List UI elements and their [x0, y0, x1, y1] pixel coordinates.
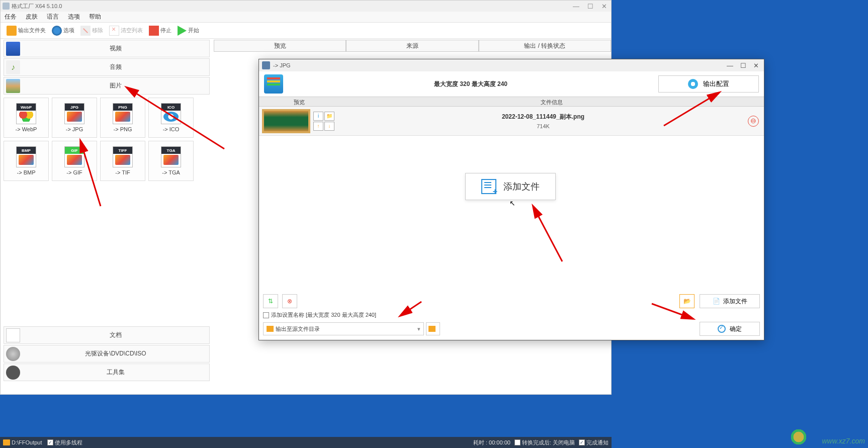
category-video[interactable]: 视频: [4, 40, 210, 57]
add-setting-name-checkbox[interactable]: 添加设置名称 [最大宽度 320 最大高度 240]: [263, 311, 760, 319]
remove-file-button[interactable]: ⊖: [748, 116, 759, 127]
after-convert-toggle[interactable]: 转换完成后: 关闭电脑: [514, 439, 575, 446]
tools-icon: [6, 366, 20, 380]
category-dvd[interactable]: 光驱设备\DVD\CD\ISO: [4, 345, 210, 363]
category-document[interactable]: 文档: [4, 326, 210, 344]
format-tga[interactable]: -> TGA: [148, 141, 194, 181]
play-icon: [178, 26, 187, 36]
elapsed-time: 耗时 : 00:00:00: [473, 439, 510, 446]
output-folder-combo[interactable]: 输出至源文件目录: [263, 322, 424, 335]
size-info: 最大宽度 320 最大高度 240: [283, 80, 658, 88]
menubar: 任务 皮肤 语言 选项 帮助: [1, 12, 611, 23]
checkbox-icon: [263, 312, 269, 318]
add-file-button[interactable]: 📄 添加文件: [700, 294, 760, 308]
category-image[interactable]: 图片: [4, 77, 210, 95]
info-icon[interactable]: i: [313, 112, 323, 121]
close-button[interactable]: ✕: [599, 3, 609, 10]
dialog-close[interactable]: ✕: [751, 62, 761, 69]
checkbox-icon: [514, 439, 520, 445]
remove-button[interactable]: 移除: [78, 25, 105, 37]
move-up-icon[interactable]: ↑: [313, 122, 323, 131]
clear-icon: [109, 26, 119, 36]
tab-source[interactable]: 来源: [346, 40, 478, 52]
titlebar: 格式工厂 X64 5.10.0 — ☐ ✕: [1, 1, 611, 12]
gif-icon: [64, 146, 84, 167]
folder-icon: [7, 26, 17, 36]
folder-icon[interactable]: 📁: [324, 112, 334, 121]
format-webp[interactable]: -> WebP: [4, 98, 49, 138]
menu-task[interactable]: 任务: [5, 13, 17, 21]
folder-icon: [3, 439, 10, 445]
ico-icon: [161, 103, 181, 124]
menu-options[interactable]: 选项: [68, 13, 80, 21]
dialog-titlebar: -> JPG — ☐ ✕: [259, 59, 764, 71]
bmp-icon: [16, 146, 36, 167]
output-config-button[interactable]: 输出配置: [658, 75, 759, 93]
category-audio[interactable]: ♪ 音频: [4, 58, 210, 76]
options-button[interactable]: 选项: [50, 25, 76, 37]
add-file-big-button[interactable]: 添加文件: [465, 173, 556, 200]
tiff-icon: [113, 146, 133, 167]
file-info: 2022-12-08_111449_副本.png 714K: [338, 113, 748, 129]
watermark-logo: [790, 428, 808, 446]
remove-icon: [80, 26, 91, 36]
left-panel: 视频 ♪ 音频 图片 -> WebP-> JPG-> PNG-> ICO-> B…: [4, 40, 210, 382]
add-file-icon: 📄: [713, 298, 720, 305]
minimize-button[interactable]: —: [571, 3, 581, 10]
task-tabs: 预览 来源 输出 / 转换状态: [214, 40, 611, 52]
start-button[interactable]: 开始: [176, 25, 201, 37]
file-thumbnail: [262, 109, 310, 133]
clear-list-button[interactable]: 清空列表: [107, 25, 145, 37]
format-ico[interactable]: -> ICO: [148, 98, 194, 138]
dialog-title: -> JPG: [273, 62, 291, 68]
format-bmp[interactable]: -> BMP: [4, 141, 49, 181]
output-path-item[interactable]: D:\FFOutput: [3, 439, 42, 445]
dialog-bottom: ⇅ ⊗ 📂 📄 添加文件 添加设置名称 [最大宽度 320 最大高度 240] …: [263, 294, 760, 336]
tab-status[interactable]: 输出 / 转换状态: [479, 40, 611, 52]
check-icon: [718, 325, 726, 333]
tga-icon: [161, 146, 181, 167]
maximize-button[interactable]: ☐: [585, 3, 595, 10]
file-list: i 📁 ↑ ↓ 2022-12-08_111449_副本.png 714K ⊖: [259, 107, 764, 137]
format-jpg[interactable]: -> JPG: [52, 98, 97, 138]
jpg-icon: [64, 103, 84, 124]
app-icon: [3, 3, 10, 10]
col-info: 文件信息: [339, 97, 764, 106]
notify-toggle[interactable]: ✓ 完成通知: [579, 439, 609, 446]
sort-button[interactable]: ⇅: [263, 294, 278, 308]
file-size: 714K: [338, 123, 748, 129]
add-folder-button[interactable]: 📂: [679, 294, 695, 308]
move-down-icon[interactable]: ↓: [324, 122, 334, 131]
file-row[interactable]: i 📁 ↑ ↓ 2022-12-08_111449_副本.png 714K ⊖: [259, 107, 764, 136]
format-png[interactable]: -> PNG: [100, 98, 145, 138]
menu-language[interactable]: 语言: [47, 13, 59, 21]
output-folder-button[interactable]: 输出文件夹: [5, 25, 48, 37]
cursor-icon: ↖: [509, 199, 515, 207]
folder-icon: [267, 326, 274, 332]
format-grid: -> WebP-> JPG-> PNG-> ICO-> BMP-> GIF-> …: [4, 96, 210, 183]
menu-help[interactable]: 帮助: [89, 13, 101, 21]
browse-folder-button[interactable]: [426, 322, 440, 335]
window-title: 格式工厂 X64 5.10.0: [12, 3, 62, 10]
clear-button[interactable]: ⊗: [282, 294, 297, 308]
stop-button[interactable]: 停止: [147, 25, 173, 37]
ok-button[interactable]: 确定: [700, 322, 760, 336]
category-tools[interactable]: 工具集: [4, 364, 210, 381]
video-icon: [6, 42, 20, 56]
tab-preview[interactable]: 预览: [214, 40, 346, 52]
options-icon: [52, 26, 62, 36]
dialog-maximize[interactable]: ☐: [738, 62, 748, 69]
multithread-toggle[interactable]: ✓ 使用多线程: [47, 439, 82, 446]
watermark-text: www.xz7.com: [822, 437, 865, 445]
add-file-icon: [481, 179, 496, 194]
dialog-minimize[interactable]: —: [725, 62, 735, 69]
format-tiff[interactable]: -> TIF: [100, 141, 145, 181]
document-icon: [6, 328, 20, 342]
gear-icon: [688, 79, 698, 89]
image-icon: [6, 79, 20, 93]
format-gif[interactable]: -> GIF: [52, 141, 97, 181]
col-preview: 预览: [259, 97, 339, 106]
statusbar: D:\FFOutput ✓ 使用多线程 耗时 : 00:00:00 转换完成后:…: [0, 437, 612, 448]
jpg-dialog: -> JPG — ☐ ✕ 最大宽度 320 最大高度 240 输出配置 预览 文…: [258, 59, 764, 340]
menu-skin[interactable]: 皮肤: [26, 13, 38, 21]
